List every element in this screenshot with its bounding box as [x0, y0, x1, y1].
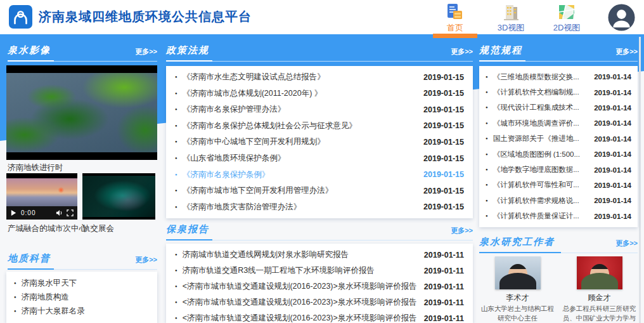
geology-list-item[interactable]: 济南地质构造 [14, 291, 150, 305]
standard-item[interactable]: 《计算机软件需求规格说... 2019-01-14 [486, 196, 631, 206]
report-item[interactable]: 济南城市轨道交通线网规划对泉水影响研究报告 2019-01-11 [175, 247, 464, 263]
policy-item-title[interactable]: 《济南市水生态文明建设试点总结报告》 [175, 72, 417, 82]
policy-item-title[interactable]: 《济南市名泉保护条例》 [175, 169, 417, 180]
standard-item-date: 2019-01-14 [594, 197, 631, 204]
brand[interactable]: 济南泉域四维地质环境公共信息平台 [9, 5, 252, 29]
video-sunset-caption: 产城融合的城市次中心 [8, 223, 87, 234]
report-item[interactable]: <济南市城市轨道交通建设规划(2016-2023)>泉水环境影响评价报告 201… [175, 279, 464, 294]
video-main[interactable] [6, 65, 157, 160]
policy-item[interactable]: 《济南市名泉保护总体规划社会公示与征求意见》 2019-01-15 [175, 121, 464, 131]
nav-2d-view[interactable]: 2D视图 [548, 1, 585, 34]
researchers-list: 李术才 山东大学岩土与结构工程研究中心主任 顾金才 总参工程兵科研三所研究员、中… [479, 256, 638, 323]
policy-item[interactable]: 《济南市城市总体规划(2011-2020年) 》 2019-01-15 [175, 88, 464, 99]
standard-item[interactable]: 《现代设计工程集成技术... 2019-01-14 [486, 103, 631, 112]
report-item-title[interactable]: 济南城市轨道交通线网规划对泉水影响研究报告 [175, 249, 418, 260]
policy-item-date: 2019-01-15 [423, 73, 464, 82]
geology-item-title[interactable]: 济南地质构造 [14, 292, 150, 303]
policy-item-date: 2019-01-15 [423, 187, 464, 195]
reports-title: 保泉报告 [166, 223, 209, 235]
reports-more-link[interactable]: 更多>> [451, 226, 473, 235]
policy-item-title[interactable]: 《济南市地质灾害防治管理办法》 [175, 202, 417, 213]
policy-item-date: 2019-01-15 [423, 154, 464, 163]
nav-home[interactable]: 首页 [437, 1, 473, 34]
nav-3d-view[interactable]: 3D视图 [493, 1, 529, 34]
policy-item[interactable]: 《济南市城市地下空间开发利用管理办法》 2019-01-15 [175, 185, 464, 196]
policy-item[interactable]: 《济南市名泉保护条例》 2019-01-15 [175, 169, 464, 180]
report-item-title[interactable]: <济南市城市轨道交通建设规划(2016-2023)>泉水环境影响评价报告 [175, 313, 418, 323]
policy-item[interactable]: 《济南市名泉保护管理办法》 2019-01-15 [175, 104, 464, 115]
researcher-photo [495, 256, 541, 289]
standard-item[interactable]: 《城市环境地质调查评价... 2019-01-14 [486, 119, 631, 128]
geology-list-item[interactable]: 济南泉水甲天下 [14, 277, 150, 291]
fullscreen-icon[interactable] [67, 209, 74, 216]
standard-item[interactable]: 《地学数字地理底图数据... 2019-01-14 [486, 165, 631, 175]
standard-item[interactable]: 《区域地质图图例 (1:500... 2019-01-14 [486, 150, 631, 159]
geology-more-link[interactable]: 更多>> [135, 255, 157, 265]
standard-item-title[interactable]: 《计算机软件需求规格说... [486, 196, 590, 206]
section-header-spring-media: 泉水影像 更多>> [8, 44, 157, 62]
standard-item-title[interactable]: 《地学数字地理底图数据... [486, 165, 590, 175]
geology-list: 济南泉水甲天下 济南地质构造 济南十大泉群名录 [6, 272, 157, 323]
standard-item[interactable]: 国土资源部关于《推进地... 2019-01-14 [486, 134, 631, 143]
policy-item-title[interactable]: 《济南市名泉保护总体规划社会公示与征求意见》 [175, 121, 417, 131]
policy-item-title[interactable]: 《济南市城市地下空间开发利用管理办法》 [175, 185, 417, 196]
standard-item[interactable]: 《计算机软件质量保证计... 2019-01-14 [486, 211, 631, 221]
report-item-title[interactable]: <济南市城市轨道交通建设规划(2016-2023)>泉水环境影响评价报告 [175, 297, 418, 308]
video-expo[interactable] [82, 173, 155, 220]
standard-item-title[interactable]: 《三维地质模型数据交换... [486, 72, 590, 82]
section-header-researchers: 泉水研究工作者 更多>> [479, 236, 638, 253]
spring-media-more-link[interactable]: 更多>> [135, 47, 157, 56]
standard-item-title[interactable]: 《城市环境地质调查评价... [486, 119, 590, 128]
policy-item[interactable]: 《济南市中心城地下空间开发利用规划》 2019-01-15 [175, 136, 464, 147]
policy-item[interactable]: 《济南市地质灾害防治管理办法》 2019-01-15 [175, 202, 464, 213]
standards-list: 《三维地质模型数据交换... 2019-01-14 《计算机软件文档编制规...… [479, 66, 638, 227]
report-item-title[interactable]: 济南市轨道交通R3线一期工程地下水环境影响评价报告 [175, 265, 418, 276]
geology-item-title[interactable]: 济南十大泉群名录 [14, 306, 150, 317]
standards-title: 规范规程 [479, 44, 522, 56]
video-controls: 0:00 [6, 206, 77, 220]
standard-item[interactable]: 《计算机软件文档编制规... 2019-01-14 [486, 88, 631, 97]
video-sunset-thumbnail [6, 178, 77, 206]
policy-item-title[interactable]: 《济南市中心城地下空间开发利用规划》 [175, 136, 417, 147]
video-time: 0:00 [21, 209, 35, 216]
site-title: 济南泉域四维地质环境公共信息平台 [39, 8, 252, 25]
policy-item-title[interactable]: 《济南市名泉保护管理办法》 [175, 104, 417, 115]
standards-more-link[interactable]: 更多>> [615, 47, 638, 56]
researchers-more-link[interactable]: 更多>> [615, 239, 638, 248]
video-expo-caption: 轨交展会 [82, 223, 114, 234]
play-icon[interactable] [10, 209, 17, 216]
policy-item-date: 2019-01-15 [423, 138, 464, 147]
header: 济南泉域四维地质环境公共信息平台 首页 [0, 0, 644, 34]
standard-item-title[interactable]: 《现代设计工程集成技术... [486, 103, 590, 112]
standard-item-date: 2019-01-14 [594, 181, 631, 189]
policy-item[interactable]: 《济南市水生态文明建设试点总结报告》 2019-01-15 [175, 72, 464, 82]
report-item[interactable]: 济南市轨道交通R3线一期工程地下水环境影响评价报告 2019-01-11 [175, 263, 464, 279]
policy-item-date: 2019-01-15 [423, 105, 464, 114]
geology-list-item[interactable]: 济南十大泉群名录 [14, 304, 150, 318]
standard-item-title[interactable]: 《区域地质图图例 (1:500... [486, 150, 590, 159]
researcher-card[interactable]: 顾金才 总参工程兵科研三所研究员、中国矿业大学力学与 [561, 256, 638, 323]
policies-more-link[interactable]: 更多>> [451, 47, 473, 56]
report-item-title[interactable]: <济南市城市轨道交通建设规划(2016-2023)>泉水环境影响评价报告 [175, 281, 418, 292]
report-item-date: 2019-01-11 [424, 267, 464, 275]
volume-icon[interactable] [56, 209, 63, 216]
user-avatar[interactable] [608, 4, 635, 31]
standard-item-title[interactable]: 《计算机软件文档编制规... [486, 88, 590, 97]
standard-item-title[interactable]: 《计算机软件质量保证计... [486, 211, 590, 221]
standard-item-date: 2019-01-14 [594, 150, 631, 158]
standard-item-title[interactable]: 《计算机软件可靠性和可... [486, 180, 590, 190]
policy-item[interactable]: 《山东省地质环境保护条例》 2019-01-15 [175, 153, 464, 164]
policy-item-title[interactable]: 《济南市城市总体规划(2011-2020年) 》 [175, 88, 417, 99]
video-main-thumbnail [6, 73, 157, 152]
geology-item-title[interactable]: 济南泉水甲天下 [14, 278, 150, 289]
researcher-card[interactable]: 李术才 山东大学岩土与结构工程研究中心主任 [479, 256, 556, 323]
video-sunset[interactable]: 0:00 [6, 173, 77, 220]
standard-item-title[interactable]: 国土资源部关于《推进地... [486, 134, 590, 143]
policy-item-title[interactable]: 《山东省地质环境保护条例》 [175, 153, 417, 164]
report-item[interactable]: <济南市城市轨道交通建设规划(2016-2023)>泉水环境影响评价报告 201… [175, 294, 464, 310]
page: 济南泉域四维地质环境公共信息平台 首页 [0, 0, 644, 323]
report-item[interactable]: <济南市城市轨道交通建设规划(2016-2023)>泉水环境影响评价报告 201… [175, 310, 464, 323]
standard-item[interactable]: 《三维地质模型数据交换... 2019-01-14 [486, 72, 631, 82]
standard-item[interactable]: 《计算机软件可靠性和可... 2019-01-14 [486, 180, 631, 190]
content-edge-line [639, 37, 641, 323]
